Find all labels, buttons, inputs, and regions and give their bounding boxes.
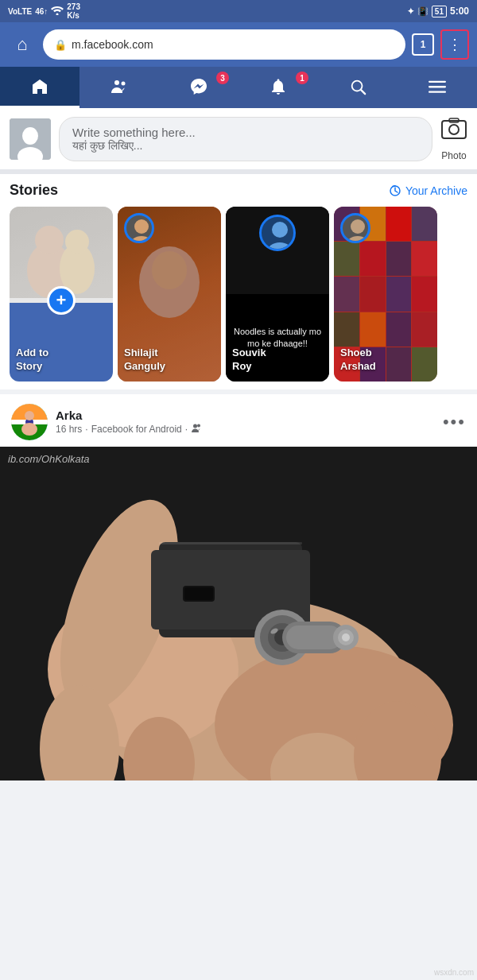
shoeb-name: ShoebArshad xyxy=(340,347,431,374)
shilajit-avatar xyxy=(124,213,154,243)
svg-point-26 xyxy=(267,242,293,251)
browser-bar: ⌂ 🔒 m.facebook.com 1 ⋮ xyxy=(0,22,477,67)
svg-point-33 xyxy=(21,423,37,436)
svg-rect-54 xyxy=(184,587,213,600)
svg-point-2 xyxy=(122,81,126,85)
photo-label: Photo xyxy=(441,150,466,161)
post-author-name: Arka xyxy=(56,409,435,422)
souvik-name: SouvikRoy xyxy=(232,347,323,374)
composer-placeholder-en: Write something here... xyxy=(72,126,419,139)
archive-label: Your Archive xyxy=(405,184,467,197)
status-right: ✦ 📳 51 5:00 xyxy=(407,6,469,17)
svg-point-52 xyxy=(342,633,350,641)
messenger-badge: 3 xyxy=(216,72,229,84)
svg-point-25 xyxy=(272,222,288,238)
svg-point-9 xyxy=(22,127,38,145)
post-platform: Facebook for Android xyxy=(91,424,182,435)
url-text: m.facebook.com xyxy=(72,38,153,51)
vibrate-icon: 📳 xyxy=(417,6,429,17)
svg-rect-55 xyxy=(159,542,302,544)
bluetooth-icon: ✦ xyxy=(407,6,414,17)
svg-rect-11 xyxy=(442,121,466,138)
nav-friends[interactable] xyxy=(80,67,159,108)
svg-point-1 xyxy=(114,80,119,85)
stories-title: Stories xyxy=(10,182,58,199)
notifications-badge: 1 xyxy=(296,72,308,84)
status-left: VoLTE 46↑ 273K/s xyxy=(8,2,80,20)
time-display: 5:00 xyxy=(450,6,469,17)
three-dot-icon: ⋮ xyxy=(448,36,463,53)
dot-separator-2: · xyxy=(185,424,188,435)
shoeb-avatar xyxy=(340,213,370,243)
svg-point-35 xyxy=(197,424,200,428)
post-composer: Write something here... यहां कुछ लिखिए..… xyxy=(0,108,477,174)
photo-icon xyxy=(440,116,467,149)
post-header: Arka 16 hrs · Facebook for Android · ••• xyxy=(0,394,477,447)
audience-icon xyxy=(191,422,202,436)
lock-icon: 🔒 xyxy=(54,39,67,51)
nav-messenger[interactable]: 3 xyxy=(159,67,238,108)
svg-rect-6 xyxy=(429,86,446,87)
composer-photo-button[interactable]: Photo xyxy=(440,116,467,161)
signal-strength: 46↑ xyxy=(35,7,48,16)
stories-section: Stories Your Archive + xyxy=(0,174,477,389)
stories-header: Stories Your Archive xyxy=(10,182,467,199)
composer-avatar xyxy=(10,118,51,160)
browser-menu-button[interactable]: ⋮ xyxy=(440,29,469,60)
nav-notifications[interactable]: 1 xyxy=(238,67,318,108)
add-story-card[interactable]: + Add toStory xyxy=(10,207,113,382)
svg-point-34 xyxy=(193,424,197,428)
story-shoeb[interactable]: ShoebArshad xyxy=(334,207,437,382)
add-story-plus: + xyxy=(47,286,76,315)
volte-indicator: VoLTE xyxy=(8,7,32,16)
browser-tab-count[interactable]: 1 xyxy=(412,33,434,56)
svg-point-32 xyxy=(25,411,34,420)
add-story-label: Add toStory xyxy=(16,347,107,374)
souvik-avatar-top xyxy=(259,215,296,251)
svg-point-27 xyxy=(351,219,365,234)
data-speed: 273K/s xyxy=(67,2,80,20)
nav-search[interactable] xyxy=(318,67,398,108)
nav-menu[interactable] xyxy=(398,67,477,108)
post-image: ib.com/OhKolkata xyxy=(0,447,477,781)
shilajit-name: ShilajitGanguly xyxy=(124,347,215,374)
battery-indicator: 51 xyxy=(432,7,447,16)
post-author-avatar[interactable] xyxy=(11,404,48,440)
wifi-icon xyxy=(51,6,64,17)
post-time: 16 hrs xyxy=(56,424,82,435)
post-author-info: Arka 16 hrs · Facebook for Android · xyxy=(56,409,435,436)
svg-point-0 xyxy=(56,14,59,16)
browser-url-bar[interactable]: 🔒 m.facebook.com xyxy=(43,29,405,60)
svg-rect-7 xyxy=(429,91,446,92)
nav-home[interactable] xyxy=(0,67,80,108)
story-shilajit[interactable]: ShilajitGanguly xyxy=(118,207,221,382)
browser-home-button[interactable]: ⌂ xyxy=(8,34,37,55)
composer-placeholder-hi: यहां कुछ लिखिए... xyxy=(72,139,419,153)
svg-point-12 xyxy=(449,125,459,134)
svg-rect-19 xyxy=(10,207,113,298)
svg-rect-5 xyxy=(429,80,446,82)
stories-row: + Add toStory ShilajitGanguly xyxy=(10,207,467,389)
facebook-navbar: 3 1 xyxy=(0,67,477,108)
svg-point-23 xyxy=(134,219,149,234)
svg-line-4 xyxy=(361,90,365,94)
post-menu-button[interactable]: ••• xyxy=(443,412,466,432)
post-watermark: ib.com/OhKolkata xyxy=(8,453,90,465)
status-bar: VoLTE 46↑ 273K/s ✦ 📳 51 5:00 xyxy=(0,0,477,22)
dot-separator: · xyxy=(85,424,87,435)
composer-input[interactable]: Write something here... यहां कुछ लिखिए..… xyxy=(59,117,432,161)
post-card: Arka 16 hrs · Facebook for Android · ••• xyxy=(0,394,477,781)
post-meta: 16 hrs · Facebook for Android · xyxy=(56,422,435,436)
story-souvik[interactable]: Noodles is actually mo mo ke dhaage!! So… xyxy=(226,207,329,382)
your-archive-button[interactable]: Your Archive xyxy=(389,184,467,197)
